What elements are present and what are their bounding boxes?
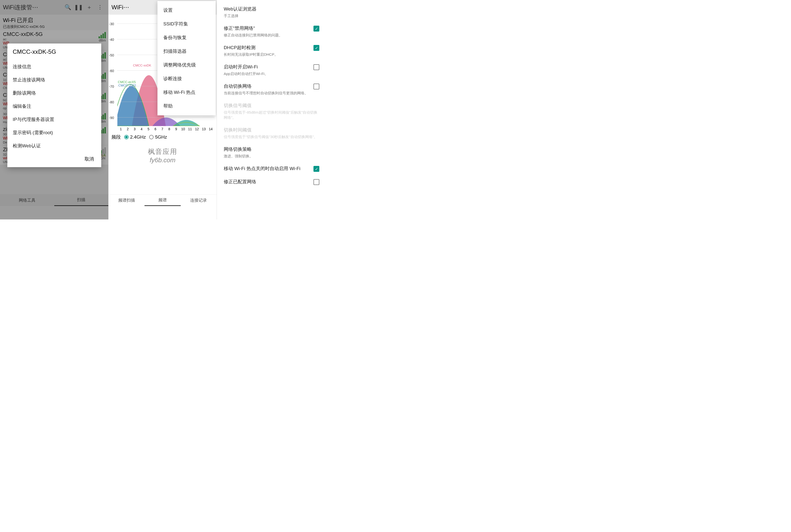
- menu-item[interactable]: 诊断连接: [158, 72, 216, 86]
- networks-panel: WiFi连接管⋯ 🔍 ❚❚ ＋ ⋮ Wi-Fi 已开启 已连接到CMCC-xxD…: [0, 0, 108, 220]
- x-tick: 4: [138, 127, 145, 131]
- setting-title: 修正"禁用网络": [224, 25, 311, 32]
- bottom-tabs: 频谱扫描 频谱 连接记录: [109, 194, 217, 206]
- setting-title: 切换信号阈值: [224, 102, 319, 109]
- setting-row: 切换时间阈值信号强度低于"切换信号阈值"30秒后触发"自动切换网络"。: [217, 124, 326, 143]
- watermark-text: 枫音应用: [109, 147, 217, 156]
- setting-row[interactable]: 修正"禁用网络"修正自动连接到已禁用网络的问题。✓: [217, 22, 326, 41]
- dialog-menu-item[interactable]: 编辑备注: [13, 100, 96, 113]
- y-tick: -80: [109, 100, 114, 104]
- menu-item[interactable]: 设置: [158, 3, 216, 17]
- series-label: CMCC-ecX5: [118, 80, 136, 84]
- setting-subtitle: 当前连接信号不理想时自动切换到信号更强的网络。: [224, 90, 311, 96]
- dialog-menu-item[interactable]: 连接信息: [13, 60, 96, 73]
- x-tick: 11: [187, 127, 194, 131]
- dialog-menu-item[interactable]: 禁止连接该网络: [13, 73, 96, 87]
- setting-title: 启动时开启Wi-Fi: [224, 64, 311, 70]
- setting-subtitle: 信号强度低于"切换信号阈值"30秒后触发"自动切换网络"。: [224, 134, 319, 139]
- menu-item[interactable]: 扫描筛选器: [158, 44, 216, 58]
- x-tick: 9: [172, 127, 180, 131]
- setting-title: 修正已配置网络: [224, 179, 311, 185]
- checkbox-icon[interactable]: [313, 83, 319, 90]
- setting-row[interactable]: 自动切换网络当前连接信号不理想时自动切换到信号更强的网络。: [217, 80, 326, 99]
- setting-title: Web认证浏览器: [224, 6, 319, 12]
- x-tick: 14: [207, 127, 214, 131]
- checkbox-icon[interactable]: [313, 64, 319, 70]
- setting-row[interactable]: Web认证浏览器手工选择: [217, 2, 326, 22]
- band-label: 频段: [111, 134, 121, 140]
- menu-item[interactable]: SSID字符集: [158, 17, 216, 31]
- y-tick: -50: [109, 53, 114, 57]
- menu-item[interactable]: 备份与恢复: [158, 31, 216, 44]
- dialog-cancel-button[interactable]: 取消: [13, 152, 96, 164]
- x-tick: 5: [145, 127, 152, 131]
- x-tick: 7: [159, 127, 166, 131]
- setting-subtitle: 手工选择: [224, 13, 319, 18]
- setting-title: 移动 Wi-Fi 热点关闭时自动启用 Wi-Fi: [224, 166, 311, 172]
- x-tick: 3: [131, 127, 138, 131]
- setting-row[interactable]: 修正已配置网络: [217, 175, 326, 188]
- y-tick: -70: [109, 84, 114, 89]
- radio-24ghz[interactable]: 2.4GHz: [124, 134, 146, 140]
- setting-title: 自动切换网络: [224, 83, 311, 90]
- checkbox-icon[interactable]: ✓: [313, 45, 319, 51]
- setting-row: 切换信号阈值信号强度低于-85dBm超过"切换时间阈值"后触发"自动切换网络"。: [217, 99, 326, 124]
- dialog-menu-item[interactable]: 删除该网络: [13, 87, 96, 100]
- menu-item[interactable]: 移动 Wi-Fi 热点: [158, 86, 216, 99]
- setting-subtitle: 激进。强制切换。: [224, 153, 319, 158]
- tab-spectrum[interactable]: 频谱: [145, 194, 181, 206]
- series-label: CMCC-xxDK: [133, 63, 151, 67]
- menu-item[interactable]: 帮助: [158, 99, 216, 113]
- series-label: CMCC-2002: [118, 83, 136, 87]
- y-tick: -90: [109, 116, 114, 120]
- dialog-menu-item[interactable]: 显示密码 (需要root): [13, 126, 96, 139]
- y-tick: -60: [109, 69, 114, 73]
- y-tick: -40: [109, 38, 114, 41]
- setting-row[interactable]: 网络切换策略激进。强制切换。: [217, 143, 326, 162]
- tab-history[interactable]: 连接记录: [181, 194, 217, 206]
- spectrum-panel: WiFi⋯ ☰ CMCC-xxDK CMCC-ecX5 CMCC-2002 -3…: [108, 0, 217, 220]
- x-tick: 12: [194, 127, 200, 131]
- y-tick: -30: [109, 22, 114, 26]
- checkbox-icon[interactable]: ✓: [313, 166, 319, 172]
- setting-row[interactable]: 启动时开启Wi-FiApp启动时自动打开Wi-Fi。: [217, 60, 326, 80]
- band-selector: 频段 2.4GHz 5GHz: [109, 132, 217, 142]
- settings-panel: Web认证浏览器手工选择修正"禁用网络"修正自动连接到已禁用网络的问题。✓DHC…: [217, 0, 326, 220]
- setting-subtitle: 修正自动连接到已禁用网络的问题。: [224, 33, 311, 38]
- setting-subtitle: 信号强度低于-85dBm超过"切换时间阈值"后触发"自动切换网络"。: [224, 110, 319, 120]
- x-tick: 8: [166, 127, 172, 131]
- network-context-dialog: CMCC-xxDK-5G 连接信息禁止连接该网络删除该网络编辑备注IP与代理服务…: [7, 43, 101, 167]
- setting-title: 网络切换策略: [224, 146, 319, 152]
- setting-title: DHCP超时检测: [224, 44, 311, 51]
- x-tick: 6: [152, 127, 159, 131]
- setting-subtitle: App启动时自动打开Wi-Fi。: [224, 71, 311, 76]
- x-tick: 13: [200, 127, 207, 131]
- x-tick: 10: [180, 127, 187, 131]
- dialog-menu-item[interactable]: 检测Web认证: [13, 139, 96, 152]
- dialog-menu-item[interactable]: IP与代理服务器设置: [13, 113, 96, 126]
- setting-subtitle: 长时间无法获取IP时重启DHCP。: [224, 52, 311, 57]
- setting-row[interactable]: DHCP超时检测长时间无法获取IP时重启DHCP。✓: [217, 41, 326, 60]
- overflow-menu: 设置SSID字符集备份与恢复扫描筛选器调整网络优先级诊断连接移动 Wi-Fi 热…: [158, 1, 216, 115]
- watermark-url: fy6b.com: [109, 156, 217, 164]
- menu-item[interactable]: 调整网络优先级: [158, 58, 216, 72]
- radio-5ghz[interactable]: 5GHz: [149, 134, 167, 140]
- dialog-title: CMCC-xxDK-5G: [13, 49, 96, 55]
- x-tick: 1: [117, 127, 124, 131]
- tab-spectrum-scan[interactable]: 频谱扫描: [109, 194, 145, 206]
- checkbox-icon[interactable]: ✓: [313, 26, 319, 32]
- checkbox-icon[interactable]: [313, 179, 319, 185]
- setting-row[interactable]: 移动 Wi-Fi 热点关闭时自动启用 Wi-Fi✓: [217, 162, 326, 175]
- x-tick: 2: [124, 127, 131, 131]
- setting-title: 切换时间阈值: [224, 127, 319, 133]
